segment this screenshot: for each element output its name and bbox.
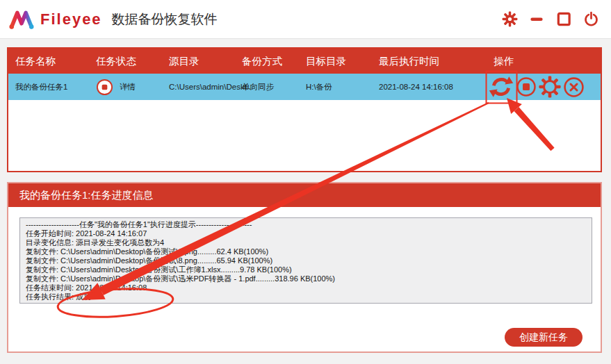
maximize-icon[interactable] xyxy=(555,11,572,27)
log-line: ---------------------任务"我的备份任务1"执行进度提示--… xyxy=(26,220,586,229)
power-icon[interactable] xyxy=(583,11,600,28)
target-path: H:\备份 xyxy=(299,82,372,92)
column-header-last-run: 最后执行时间 xyxy=(372,55,487,68)
log-line: 任务执行结果: 成功 xyxy=(26,292,586,301)
table-header-row: 任务名称 任务状态 源目录 备份方式 目标目录 最后执行时间 操作 xyxy=(8,49,601,74)
close-icon[interactable] xyxy=(563,76,585,98)
window-controls xyxy=(502,11,611,28)
progress-panel-title: 我的备份任务1:任务进度信息 xyxy=(8,183,601,207)
progress-panel: 我的备份任务1:任务进度信息 ---------------------任务"我… xyxy=(7,182,602,353)
app-logo xyxy=(8,8,35,31)
log-line: 复制文件: C:\Users\admin\Desktop\备份测试\1.png.… xyxy=(26,247,586,256)
task-actions-cell xyxy=(487,74,601,100)
log-line: 复制文件: C:\Users\admin\Desktop\备份测试\迅米PDF转… xyxy=(26,274,586,283)
task-table-panel: 任务名称 任务状态 源目录 备份方式 目标目录 最后执行时间 操作 我的备份任务… xyxy=(7,47,602,172)
column-header-mode: 备份方式 xyxy=(235,55,299,68)
settings-icon[interactable] xyxy=(502,11,518,27)
task-name: 我的备份任务1 xyxy=(8,82,89,92)
column-header-actions: 操作 xyxy=(487,55,601,68)
task-status-cell: 详情 xyxy=(89,78,162,96)
log-line: 复制文件: C:\Users\admin\Desktop\备份测试\工作簿1.x… xyxy=(26,265,586,274)
column-header-task-name: 任务名称 xyxy=(8,55,89,68)
log-line: 复制文件: C:\Users\admin\Desktop\备份测试\8.png.… xyxy=(26,256,586,265)
stop-icon xyxy=(96,78,113,96)
minimize-icon[interactable] xyxy=(528,11,545,27)
app-header: Fileyee 数据备份恢复软件 xyxy=(0,0,611,39)
settings-icon[interactable] xyxy=(538,75,562,99)
sync-icon[interactable] xyxy=(488,74,514,100)
backup-mode: 单向同步 xyxy=(235,82,299,92)
fileyee-logo-icon xyxy=(8,8,35,31)
column-header-target: 目标目录 xyxy=(299,55,372,68)
column-header-source: 源目录 xyxy=(162,55,235,68)
stop-icon[interactable] xyxy=(516,76,537,97)
create-task-button[interactable]: 创建新任务 xyxy=(505,328,583,347)
app-title: 数据备份恢复软件 xyxy=(112,10,218,28)
brand-text: Fileyee xyxy=(40,10,102,28)
log-line: 目录变化信息: 源目录发生变化项总数为4 xyxy=(26,238,586,247)
last-run-time: 2021-08-24 14:16:08 xyxy=(372,83,487,91)
log-line: 任务开始时间: 2021-08-24 14:16:07 xyxy=(26,229,586,238)
progress-log: ---------------------任务"我的备份任务1"执行进度提示--… xyxy=(19,217,592,304)
log-line: 任务结束时间: 2021-08-24 14:16:08 xyxy=(26,283,586,292)
task-status-detail-link[interactable]: 详情 xyxy=(120,82,136,92)
column-header-status: 任务状态 xyxy=(89,55,162,68)
source-path: C:\Users\admin\Deskt... xyxy=(162,83,235,91)
task-row[interactable]: 我的备份任务1 详情 C:\Users\admin\Deskt... 单向同步 … xyxy=(8,74,601,100)
